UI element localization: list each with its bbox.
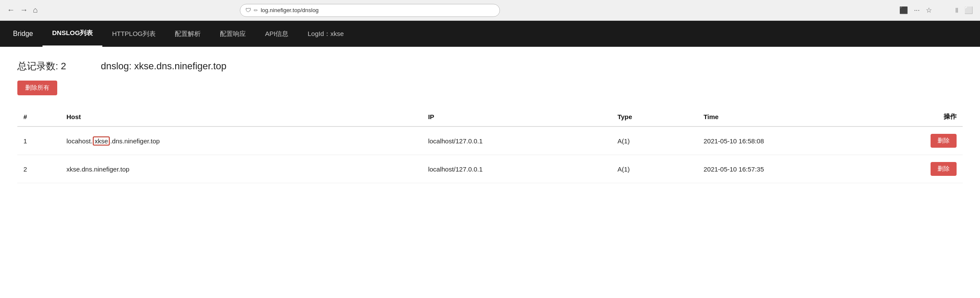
main-content: 总记录数: 2 dnslog: xkse.dns.ninefiger.top 删… <box>0 47 980 298</box>
shield-icon: 🛡 <box>245 7 251 13</box>
row2-delete-button[interactable]: 删除 <box>931 162 957 176</box>
address-bar[interactable]: 🛡 ✏ log.ninefiger.top/dnslog <box>240 4 500 17</box>
nav-config-response[interactable]: 配置响应 <box>210 21 255 47</box>
row1-type: A(1) <box>611 126 698 155</box>
dnslog-info: dnslog: xkse.dns.ninefiger.top <box>101 61 226 72</box>
edit-icon: ✏ <box>254 7 258 13</box>
header-action: 操作 <box>887 107 963 126</box>
table-row: 1 locahost.xkse.dns.ninefiger.top localh… <box>17 126 963 155</box>
nav-config-parse[interactable]: 配置解析 <box>165 21 210 47</box>
nav-dnslog[interactable]: DNSLOG列表 <box>42 21 102 47</box>
row1-host: locahost.xkse.dns.ninefiger.top <box>60 126 422 155</box>
bookmark-icon[interactable]: ☆ <box>926 6 932 14</box>
delete-all-button[interactable]: 删除所有 <box>17 81 57 95</box>
row2-time: 2021-05-10 16:57:35 <box>697 155 887 183</box>
dns-log-table: # Host IP Type Time 操作 1 locahost.xkse.d… <box>17 107 963 183</box>
library-icon[interactable]: ⫴ <box>955 6 958 14</box>
nav-brand[interactable]: Bridge <box>13 21 42 47</box>
header-type: Type <box>611 107 698 126</box>
row2-action: 删除 <box>887 155 963 183</box>
table-header: # Host IP Type Time 操作 <box>17 107 963 126</box>
qr-icon[interactable]: ⬛ <box>899 6 908 14</box>
row1-delete-button[interactable]: 删除 <box>931 134 957 148</box>
header-host: Host <box>60 107 422 126</box>
host2-full: xkse.dns.ninefiger.top <box>66 165 129 173</box>
nav-logid[interactable]: LogId：xkse <box>298 21 353 47</box>
row1-time: 2021-05-10 16:58:08 <box>697 126 887 155</box>
host1-highlight: xkse <box>93 136 110 146</box>
back-icon[interactable]: ← <box>7 6 15 15</box>
row2-num: 2 <box>17 155 60 183</box>
header-num: # <box>17 107 60 126</box>
row2-type: A(1) <box>611 155 698 183</box>
row2-host: xkse.dns.ninefiger.top <box>60 155 422 183</box>
row2-ip: localhost/127.0.0.1 <box>422 155 611 183</box>
total-count: 总记录数: 2 <box>17 60 66 73</box>
forward-icon[interactable]: → <box>20 6 28 15</box>
row1-action: 删除 <box>887 126 963 155</box>
host1-prefix: locahost. <box>66 137 92 145</box>
row1-ip: localhost/127.0.0.1 <box>422 126 611 155</box>
table-row: 2 xkse.dns.ninefiger.top localhost/127.0… <box>17 155 963 183</box>
url-text: log.ninefiger.top/dnslog <box>261 7 319 13</box>
table-body: 1 locahost.xkse.dns.ninefiger.top localh… <box>17 126 963 183</box>
browser-chrome: ← → ⌂ 🛡 ✏ log.ninefiger.top/dnslog ⬛ ···… <box>0 0 980 21</box>
header-time: Time <box>697 107 887 126</box>
tab-icon[interactable]: ⬜ <box>964 6 973 14</box>
home-icon[interactable]: ⌂ <box>33 6 38 15</box>
nav-api-info[interactable]: API信息 <box>255 21 298 47</box>
host1-suffix: .dns.ninefiger.top <box>110 137 160 145</box>
menu-icon[interactable]: ··· <box>914 6 920 14</box>
row1-num: 1 <box>17 126 60 155</box>
summary-row: 总记录数: 2 dnslog: xkse.dns.ninefiger.top <box>17 60 963 73</box>
nav-httplog[interactable]: HTTPLOG列表 <box>102 21 165 47</box>
browser-right-icons: ⬛ ··· ☆ ⫴ ⬜ <box>899 6 973 14</box>
header-ip: IP <box>422 107 611 126</box>
navbar: Bridge DNSLOG列表 HTTPLOG列表 配置解析 配置响应 API信… <box>0 21 980 47</box>
